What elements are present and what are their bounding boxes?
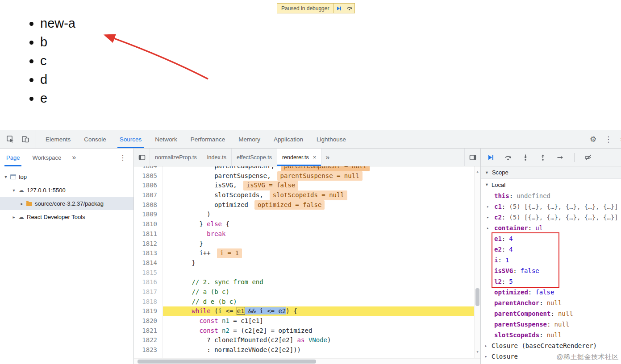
- scope-local-section[interactable]: ▼ Local: [481, 179, 621, 190]
- tab-lighthouse[interactable]: Lighthouse: [310, 130, 353, 148]
- code-line[interactable]: isSVG,isSVG = false: [163, 181, 480, 190]
- line-number[interactable]: 1821: [134, 326, 163, 336]
- tab-elements[interactable]: Elements: [39, 130, 77, 148]
- code-line[interactable]: const n2 = (c2[e2] = optimized: [163, 326, 480, 336]
- tab-memory[interactable]: Memory: [232, 130, 267, 148]
- step-over-banner-button[interactable]: [344, 3, 355, 13]
- code-column[interactable]: parentComponent,parentComponent = null p…: [163, 166, 480, 358]
- line-number[interactable]: 1815: [134, 268, 163, 278]
- code-line[interactable]: optimizedoptimized = false: [163, 200, 480, 210]
- step-over-button[interactable]: [504, 154, 512, 161]
- tab-network[interactable]: Network: [148, 130, 184, 148]
- toggle-navigator-icon[interactable]: [134, 149, 150, 166]
- tab-console[interactable]: Console: [77, 130, 113, 148]
- scope-var-c2[interactable]: ▸c2:(5) [{…}, {…}, {…}, {…}, {…}]: [481, 212, 621, 223]
- code-line[interactable]: // 2. sync from end: [163, 277, 480, 287]
- tab-sources[interactable]: Sources: [113, 130, 149, 148]
- code-line[interactable]: parentComponent,parentComponent = null: [163, 166, 480, 171]
- editor-more-tabs-chevron-icon[interactable]: »: [321, 149, 333, 166]
- code-line[interactable]: const n1 = c1[e1]: [163, 316, 480, 326]
- nav-tab-workspace[interactable]: Workspace: [26, 149, 67, 166]
- more-options-kebab-icon[interactable]: ⋮: [604, 136, 612, 143]
- code-line[interactable]: i++i = 1: [163, 248, 480, 258]
- tree-item-127-0-0-1-5500[interactable]: ▾☁127.0.0.1:5500: [0, 183, 133, 197]
- line-number[interactable]: 1813: [134, 248, 163, 258]
- tab-performance[interactable]: Performance: [184, 130, 232, 148]
- horizontal-scrollbar-thumb[interactable]: [138, 360, 316, 364]
- navigator-kebab-icon[interactable]: ⋮: [112, 153, 133, 162]
- vertical-scrollbar[interactable]: ▲ ▼: [474, 166, 480, 358]
- close-tab-icon[interactable]: ×: [313, 154, 317, 161]
- caret-down-icon[interactable]: ▾: [3, 174, 9, 179]
- line-number[interactable]: 1811: [134, 229, 163, 239]
- line-number[interactable]: 1809: [134, 210, 163, 219]
- step-button[interactable]: [557, 154, 564, 161]
- vertical-scrollbar-thumb[interactable]: [475, 288, 479, 306]
- device-toolbar-icon[interactable]: [21, 135, 29, 143]
- line-number[interactable]: 1818: [134, 297, 163, 307]
- more-tabs-chevron-icon[interactable]: »: [67, 153, 80, 161]
- code-line[interactable]: : normalizeVNode(c2[e2])): [163, 345, 480, 355]
- line-number[interactable]: 1804: [134, 166, 163, 171]
- editor-tab-renderer-ts[interactable]: renderer.ts×: [277, 149, 321, 166]
- caret-right-icon[interactable]: ▸: [487, 204, 489, 209]
- caret-right-icon[interactable]: ▸: [487, 215, 489, 219]
- line-number[interactable]: 1814: [134, 258, 163, 268]
- scope-var-container[interactable]: ▸container:ul: [481, 223, 621, 233]
- resume-script-button[interactable]: [333, 3, 344, 13]
- nav-tab-page[interactable]: Page: [0, 149, 26, 166]
- line-number[interactable]: 1823: [134, 345, 163, 355]
- scope-var-c1[interactable]: ▸c1:(5) [{…}, {…}, {…}, {…}, {…}]: [481, 201, 621, 212]
- line-number[interactable]: 1822: [134, 335, 163, 345]
- line-number[interactable]: 1817: [134, 287, 163, 297]
- inspect-element-icon[interactable]: [6, 135, 14, 143]
- scope-closure-closure-basecreaterenderer[interactable]: ▸Closure (baseCreateRenderer): [481, 340, 621, 351]
- caret-down-icon[interactable]: ▾: [11, 188, 17, 193]
- resume-button[interactable]: [487, 154, 494, 161]
- line-number[interactable]: 1807: [134, 190, 163, 200]
- toggle-debugger-sidebar-icon[interactable]: [464, 149, 480, 166]
- caret-right-icon[interactable]: ▸: [19, 201, 25, 206]
- tab-application[interactable]: Application: [267, 130, 310, 148]
- code-line[interactable]: // a (b c): [163, 287, 480, 297]
- settings-gear-icon[interactable]: ⚙: [590, 136, 596, 143]
- code-line[interactable]: [163, 268, 480, 278]
- editor-tab-normalizeprop-ts[interactable]: normalizeProp.ts: [150, 149, 202, 166]
- code-line[interactable]: }: [163, 239, 480, 249]
- editor-tab-index-ts[interactable]: index.ts: [202, 149, 232, 166]
- horizontal-scrollbar[interactable]: [134, 358, 480, 364]
- code-line[interactable]: } else {: [163, 219, 480, 229]
- code-line[interactable]: // d e (b c): [163, 297, 480, 307]
- code-line[interactable]: ? cloneIfMounted(c2[e2] as VNode): [163, 335, 480, 345]
- code-line[interactable]: parentSuspense,parentSuspense = null: [163, 171, 480, 181]
- tree-item-top[interactable]: ▾top: [0, 170, 133, 183]
- scope-var-parentanchor: parentAnchor:null: [481, 298, 621, 308]
- code-line[interactable]: ): [163, 210, 480, 219]
- caret-right-icon[interactable]: ▸: [487, 226, 489, 230]
- scope-section-header[interactable]: ▼ Scope: [481, 166, 621, 179]
- tree-item-react-developer-tools[interactable]: ▸☁React Developer Tools: [0, 210, 133, 223]
- line-number[interactable]: 1820: [134, 316, 163, 326]
- code-line[interactable]: slotScopeIds,slotScopeIds = null: [163, 190, 480, 200]
- caret-right-icon[interactable]: ▸: [485, 343, 487, 348]
- code-line[interactable]: break: [163, 229, 480, 239]
- tree-item-source-core-3-2-37-packag[interactable]: ▸source/core-3.2.37/packag: [0, 197, 133, 210]
- execution-line[interactable]: while (i <= e1 && i <= e2) {: [163, 306, 480, 316]
- line-number[interactable]: 1808: [134, 200, 163, 210]
- line-number[interactable]: 1806: [134, 181, 163, 190]
- step-into-button[interactable]: [522, 154, 529, 161]
- code-line[interactable]: }: [163, 258, 480, 268]
- line-number[interactable]: 1805: [134, 171, 163, 181]
- scroll-up-arrow-icon[interactable]: ▲: [475, 167, 480, 177]
- line-number[interactable]: 1812: [134, 239, 163, 249]
- deactivate-breakpoints-button[interactable]: [585, 154, 592, 161]
- line-number[interactable]: 1816: [134, 277, 163, 287]
- caret-right-icon[interactable]: ▸: [11, 215, 17, 219]
- editor-tab-effectscope-ts[interactable]: effectScope.ts: [232, 149, 277, 166]
- step-out-button[interactable]: [539, 154, 546, 161]
- scroll-down-arrow-icon[interactable]: ▼: [475, 347, 480, 357]
- line-number[interactable]: 1819: [134, 306, 163, 316]
- code-editor[interactable]: 1804180518061807180818091810181118121813…: [134, 166, 480, 358]
- line-number[interactable]: 1810: [134, 219, 163, 229]
- caret-right-icon[interactable]: ▸: [485, 354, 487, 359]
